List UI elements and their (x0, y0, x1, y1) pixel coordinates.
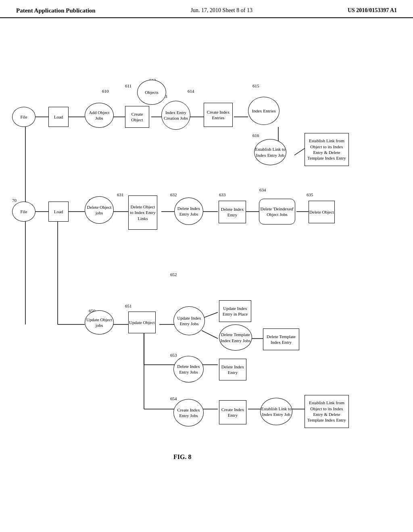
shape-index-entries: Index Entries (248, 97, 280, 125)
label-614: 614 (188, 89, 194, 94)
label-653: 653 (170, 353, 177, 357)
shape-establish-link-delete-top: Establish Link from Object to its Index … (305, 133, 349, 166)
label-651: 651 (125, 303, 132, 308)
label-652: 652 (170, 272, 177, 277)
shape-objects: Objects (137, 80, 166, 105)
label-634: 634 (259, 187, 266, 192)
shape-update-index-entry-in-place: Update Index Entry in Place (219, 300, 251, 322)
shape-delete-object: Delete Object (309, 201, 335, 223)
label-611: 611 (125, 83, 131, 88)
connectors-svg (0, 18, 413, 502)
shape-delete-index-entry2: Delete Index Entry (219, 359, 246, 380)
header-date-sheet: Jun. 17, 2010 Sheet 8 of 13 (191, 7, 252, 14)
shape-delete-template-index-entry-jobs: Delete Template Index Entry Jobs (219, 324, 252, 351)
label-615: 615 (252, 83, 259, 88)
shape-create-object: Create Object (125, 106, 149, 128)
shape-add-object-jobs: Add Object Jobs (85, 103, 114, 128)
shape-delete-obj-to-index: Delete Object to Index Entry Links (128, 195, 157, 230)
shape-delete-object-jobs: Delete Object jobs (85, 196, 114, 224)
shape-file-mid: File (12, 202, 35, 222)
shape-create-index-entries: Create Index Entries (204, 103, 233, 127)
header-patent: US 2010/0153397 A1 (348, 7, 397, 14)
shape-load-top: Load (48, 107, 69, 127)
shape-create-index-entry2: Create Index Entry (219, 400, 246, 424)
shape-delete-deindexed: Delete 'Deindexed' Object Jobs (259, 199, 295, 224)
shape-load-mid: Load (48, 202, 69, 222)
shape-update-object-jobs: Update Object jobs (85, 310, 114, 335)
shape-establish-link-job2: Establish Link to Index Entry Job (260, 398, 292, 425)
label-632: 632 (170, 192, 177, 197)
shape-index-entry-creation-jobs: Index Entry Creation Jobs (161, 101, 190, 130)
label-616: 616 (252, 133, 259, 138)
label-610: 610 (102, 89, 109, 94)
label-633: 633 (219, 192, 226, 197)
fig-label: FIG. 8 (173, 453, 191, 461)
page-header: Patent Application Publication Jun. 17, … (0, 0, 413, 18)
diagram-area: 612 611 610 613 614 615 616 File Load Ob… (0, 18, 413, 502)
shape-establish-link-job: Establish Link to Index Entry Job (254, 139, 286, 165)
header-title: Patent Application Publication (16, 7, 96, 14)
svg-line-23 (202, 330, 218, 339)
shape-file-top: File (12, 107, 35, 127)
label-70: 70 (12, 198, 17, 203)
shape-update-index-entry-jobs: Update Index Entry Jobs (173, 306, 205, 335)
shape-update-object: Update Object (128, 312, 156, 333)
shape-create-index-entry-jobs2: Create Index Entry Jobs (173, 399, 204, 426)
label-654: 654 (170, 396, 177, 401)
label-635: 635 (307, 192, 313, 197)
shape-establish-link-delete2: Establish Link from Object to its Index … (305, 395, 349, 428)
shape-delete-index-entry-jobs2: Delete Index Entry Jobs (173, 356, 204, 382)
shape-delete-template-index-entry: Delete Template Index Entry (263, 328, 299, 350)
shape-delete-index-entry-jobs: Delete Index Entry Jobs (174, 197, 203, 225)
shape-delete-index-entry: Delete Index Entry (219, 201, 246, 223)
label-631: 631 (117, 192, 124, 197)
